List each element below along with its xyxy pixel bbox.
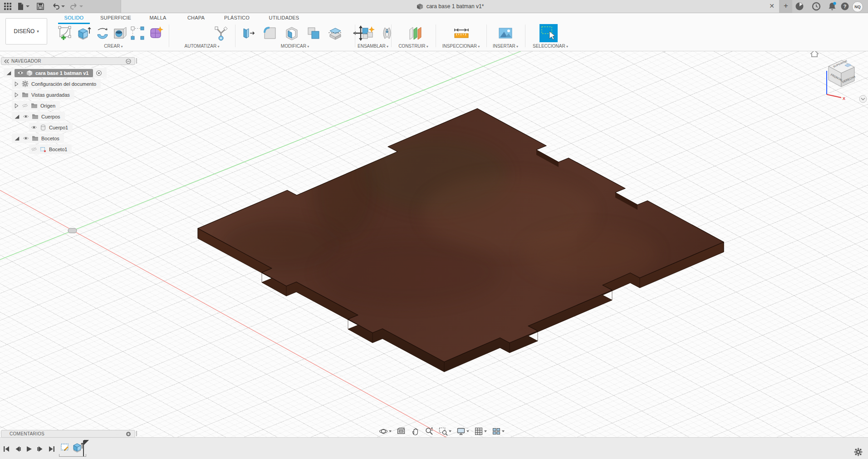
new-component-icon[interactable]: [361, 25, 376, 41]
tree-row-root[interactable]: cara base 1 batman v1: [4, 68, 107, 78]
undo-icon[interactable]: [52, 2, 60, 10]
tab-solido[interactable]: SOLIDO: [58, 14, 90, 22]
eye-hidden-icon[interactable]: [31, 146, 37, 152]
combine-icon[interactable]: [306, 25, 321, 41]
display-settings[interactable]: [456, 427, 469, 436]
file-menu-caret[interactable]: [26, 5, 29, 7]
tree-row-bodies[interactable]: Cuerpos: [12, 112, 65, 121]
expanded-arrow-icon[interactable]: [14, 135, 20, 142]
viewport-canvas[interactable]: [0, 51, 868, 437]
eye-hidden-icon[interactable]: [22, 103, 28, 109]
file-icon[interactable]: [16, 2, 25, 10]
tab-chapa[interactable]: CHAPA: [182, 14, 210, 22]
collapsed-arrow-icon[interactable]: [14, 81, 19, 87]
panel-options-icon[interactable]: [126, 59, 131, 64]
tree-row-sketch1[interactable]: Boceto1: [29, 144, 72, 154]
create-form-icon[interactable]: [148, 25, 163, 41]
document-tab[interactable]: cara base 1 batman v1* ✕: [121, 0, 780, 13]
tree-row-origin[interactable]: Origen: [12, 101, 60, 110]
group-separator: [391, 25, 392, 47]
press-pull-icon[interactable]: [240, 25, 256, 41]
fit-tool[interactable]: [439, 427, 451, 436]
view-cube[interactable]: Z X SUPERIOR FRONTAL DERECHA: [807, 44, 868, 106]
grid-settings[interactable]: [474, 427, 487, 436]
tab-utilidades[interactable]: UTILIDADES: [266, 14, 302, 22]
panel-scrollbar[interactable]: [136, 431, 137, 436]
group-label-automatizar[interactable]: AUTOMATIZAR: [185, 44, 220, 49]
fillet-icon[interactable]: [262, 25, 278, 41]
step-back-icon[interactable]: [14, 445, 21, 453]
tab-plastico[interactable]: PLÁSTICO: [221, 14, 253, 22]
help-icon[interactable]: ?: [840, 2, 849, 11]
insert-image-icon[interactable]: [498, 25, 513, 41]
timeline-sketch-feature[interactable]: [60, 442, 70, 453]
app-menu-icon[interactable]: [4, 2, 12, 10]
add-comment-icon[interactable]: [126, 431, 131, 437]
viewports[interactable]: [492, 427, 505, 436]
eye-visible-icon[interactable]: [23, 114, 29, 119]
extrude-icon[interactable]: [76, 25, 91, 41]
measure-icon[interactable]: [453, 25, 470, 41]
skip-start-icon[interactable]: [3, 445, 10, 453]
split-body-icon[interactable]: [328, 25, 343, 41]
save-icon[interactable]: [36, 2, 44, 10]
eye-visible-icon[interactable]: [31, 124, 37, 130]
tab-malla[interactable]: MALLA: [144, 14, 172, 22]
group-label-ensamblar[interactable]: ENSAMBLAR: [358, 44, 388, 49]
comments-title: COMENTARIOS: [10, 431, 44, 436]
group-label-inspeccionar[interactable]: INSPECCIONAR: [442, 44, 480, 49]
redo-menu-caret[interactable]: [79, 5, 83, 7]
select-tool-icon[interactable]: [539, 24, 558, 43]
group-label-seleccionar[interactable]: SELECCIONAR: [533, 44, 568, 49]
construct-plane-icon[interactable]: [408, 25, 423, 41]
collapsed-arrow-icon[interactable]: [14, 103, 19, 109]
group-label-construir[interactable]: CONSTRUIR: [398, 44, 428, 49]
group-label-insertar[interactable]: INSERTAR: [493, 44, 518, 49]
create-sketch-icon[interactable]: [57, 25, 73, 41]
pattern-icon[interactable]: [130, 25, 145, 41]
new-tab-button[interactable]: +: [780, 0, 792, 13]
automate-icon[interactable]: [213, 25, 229, 41]
look-at-icon[interactable]: [397, 427, 406, 436]
panel-scrollbar[interactable]: [136, 58, 137, 64]
step-forward-icon[interactable]: [37, 445, 44, 453]
tree-row-sketches[interactable]: Bocetos: [12, 133, 64, 143]
job-status-icon[interactable]: [812, 2, 821, 11]
group-separator: [486, 25, 487, 47]
orbit-tool[interactable]: [379, 427, 392, 436]
extensions-icon[interactable]: [795, 2, 804, 11]
group-label-crear[interactable]: CREAR: [104, 44, 123, 49]
tree-row-saved-views[interactable]: Vistas guardadas: [12, 90, 74, 99]
pan-icon[interactable]: [411, 427, 420, 436]
joint-icon[interactable]: [379, 25, 395, 41]
design-workspace-dropdown[interactable]: DISEÑO: [5, 18, 47, 44]
comments-header[interactable]: COMENTARIOS: [1, 430, 135, 438]
shell-icon[interactable]: [284, 25, 299, 41]
undo-menu-caret[interactable]: [61, 5, 65, 7]
group-label-modificar[interactable]: MODIFICAR: [281, 44, 309, 49]
tab-superficie[interactable]: SUPERFICIE: [95, 14, 136, 22]
close-tab-icon[interactable]: ✕: [769, 2, 775, 10]
timeline-gear-icon[interactable]: [854, 448, 863, 456]
selected-row-bar[interactable]: cara base 1 batman v1: [15, 69, 93, 77]
viewcube-menu-icon[interactable]: [859, 95, 867, 103]
hole-icon[interactable]: [113, 25, 128, 41]
eye-visible-icon[interactable]: [17, 70, 24, 76]
tree-row-doc-settings[interactable]: Configuración del documento: [12, 79, 101, 89]
tree-row-body1[interactable]: Cuerpo1: [29, 123, 73, 132]
play-icon[interactable]: [25, 445, 33, 453]
zoom-icon[interactable]: [425, 427, 434, 436]
expanded-arrow-icon[interactable]: [5, 70, 12, 76]
avatar[interactable]: NQ: [852, 1, 863, 12]
activate-radio-icon[interactable]: [96, 70, 102, 76]
collapsed-arrow-icon[interactable]: [14, 92, 19, 98]
revolve-icon[interactable]: [95, 25, 110, 41]
folder-icon: [31, 103, 38, 109]
eye-visible-icon[interactable]: [23, 135, 29, 141]
navigator-header[interactable]: NAVEGADOR: [1, 57, 135, 65]
expanded-arrow-icon[interactable]: [14, 114, 20, 120]
collapse-panel-icon[interactable]: [4, 59, 10, 64]
redo-icon[interactable]: [70, 2, 78, 10]
skip-end-icon[interactable]: [48, 445, 55, 453]
notifications-bell-icon[interactable]: [828, 2, 837, 11]
